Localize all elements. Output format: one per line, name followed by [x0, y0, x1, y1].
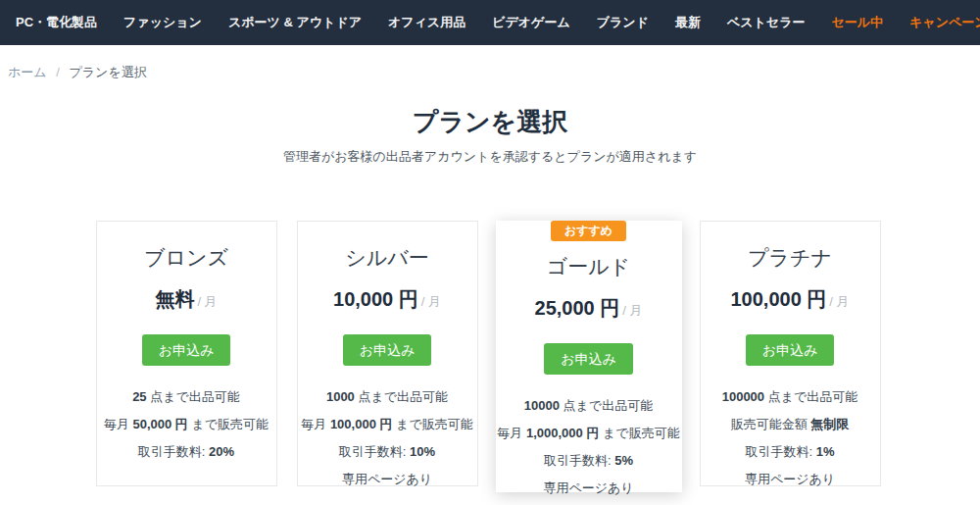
plan-name: ブロンズ: [97, 244, 276, 271]
price-period: / 月: [829, 294, 849, 309]
top-navbar: PC・電化製品 ファッション スポーツ & アウトドア オフィス用品 ビデオゲー…: [0, 0, 980, 45]
plan-features: 1000 点まで出品可能毎月 100,000 円 まで販売可能取引手数料: 10…: [298, 383, 477, 493]
nav-item[interactable]: PC・電化製品: [16, 14, 97, 31]
plan-price: 10,000 円/ 月: [298, 287, 477, 314]
nav-item[interactable]: セール中: [831, 14, 883, 31]
feature-line: 専用ページあり: [496, 475, 682, 502]
feature-line: 販売可能金額 無制限: [701, 411, 880, 438]
price-period: / 月: [622, 303, 642, 318]
feature-line: 専用ページあり: [701, 466, 880, 493]
plan-price: 無料/ 月: [97, 287, 276, 314]
nav-item[interactable]: ビデオゲーム: [492, 14, 570, 31]
page-title: プランを選択: [0, 107, 980, 136]
plan-price: 25,000 円/ 月: [496, 296, 682, 323]
feature-line: 毎月 1,000,000 円 まで販売可能: [496, 420, 682, 447]
breadcrumb-separator: /: [56, 65, 60, 79]
price-amount: 100,000 円: [730, 288, 826, 310]
feature-line: 取引手数料: 20%: [97, 438, 276, 466]
nav-item[interactable]: ファッション: [123, 14, 202, 31]
page-subtitle: 管理者がお客様の出品者アカウントを承認するとプランが適用されます: [0, 149, 980, 164]
feature-line: 専用ページあり: [298, 466, 477, 493]
feature-line: 取引手数料: 10%: [298, 438, 477, 466]
apply-button[interactable]: お申込み: [544, 343, 633, 375]
feature-line: 取引手数料: 1%: [701, 438, 880, 466]
nav-item[interactable]: ブランド: [597, 14, 649, 31]
feature-line: 毎月 50,000 円 まで販売可能: [97, 411, 276, 438]
feature-line: 25 点まで出品可能: [97, 383, 276, 411]
breadcrumb-current: プランを選択: [69, 65, 146, 79]
nav-item[interactable]: ベストセラー: [727, 14, 806, 31]
breadcrumb-home-link[interactable]: ホーム: [8, 65, 47, 79]
plan-name: プラチナ: [701, 244, 880, 271]
nav-item[interactable]: オフィス用品: [388, 14, 466, 31]
plans-row: ブロンズ 無料/ 月 お申込み 25 点まで出品可能毎月 50,000 円 まで…: [96, 221, 885, 492]
price-amount: 10,000 円: [333, 288, 418, 310]
price-amount: 25,000 円: [535, 297, 620, 319]
nav-item[interactable]: 最新: [675, 14, 701, 31]
plan-features: 25 点まで出品可能毎月 50,000 円 まで販売可能取引手数料: 20%: [97, 383, 276, 466]
plan-card: ブロンズ 無料/ 月 お申込み 25 点まで出品可能毎月 50,000 円 まで…: [96, 221, 277, 486]
recommended-badge: おすすめ: [551, 221, 626, 241]
breadcrumb: ホーム / プランを選択: [8, 64, 980, 81]
plan-price: 100,000 円/ 月: [701, 287, 880, 314]
price-period: / 月: [197, 294, 217, 309]
feature-line: 毎月 100,000 円 まで販売可能: [298, 411, 477, 438]
plan-name: シルバー: [298, 244, 477, 271]
nav-item[interactable]: キャンペーン: [909, 14, 980, 31]
price-period: / 月: [421, 294, 441, 309]
plan-card: プラチナ 100,000 円/ 月 お申込み 100000 点まで出品可能販売可…: [700, 221, 881, 486]
feature-line: 100000 点まで出品可能: [701, 383, 880, 411]
plan-card: シルバー 10,000 円/ 月 お申込み 1000 点まで出品可能毎月 100…: [297, 221, 478, 486]
feature-line: 10000 点まで出品可能: [496, 392, 682, 420]
plan-card: おすすめ ゴールド 25,000 円/ 月 お申込み 10000 点まで出品可能…: [496, 221, 682, 492]
plan-features: 100000 点まで出品可能販売可能金額 無制限取引手数料: 1%専用ページあり: [701, 383, 880, 493]
price-amount: 無料: [155, 288, 194, 310]
nav-item[interactable]: スポーツ & アウトドア: [228, 14, 362, 31]
apply-button[interactable]: お申込み: [343, 334, 432, 366]
plan-name: ゴールド: [496, 253, 682, 279]
apply-button[interactable]: お申込み: [142, 334, 231, 366]
feature-line: 1000 点まで出品可能: [298, 383, 477, 411]
feature-line: 取引手数料: 5%: [496, 447, 682, 475]
apply-button[interactable]: お申込み: [746, 334, 835, 366]
plan-features: 10000 点まで出品可能毎月 1,000,000 円 まで販売可能取引手数料:…: [496, 392, 682, 502]
